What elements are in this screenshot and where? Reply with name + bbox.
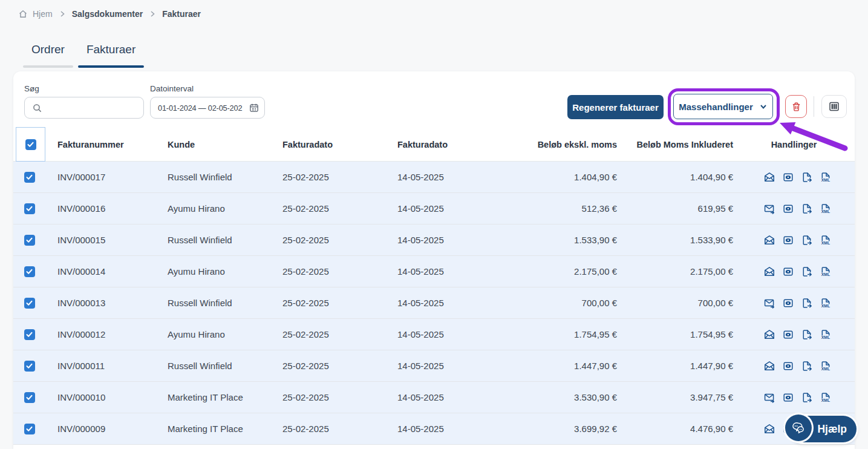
export-document-icon[interactable] (801, 266, 813, 278)
row-checkbox[interactable] (24, 266, 35, 277)
xml-download-icon[interactable]: XML (820, 329, 832, 341)
invoice-preview-icon[interactable] (782, 234, 794, 246)
xml-download-icon[interactable]: XML (820, 392, 832, 404)
home-icon (18, 9, 28, 19)
search-label: Søg (24, 84, 39, 93)
toolbar-divider (814, 96, 814, 117)
customer-cell: Russell Winfield (155, 235, 270, 245)
mail-send-icon[interactable] (763, 392, 775, 404)
mail-open-icon[interactable] (763, 329, 775, 341)
customer-cell: Russell Winfield (155, 172, 270, 182)
table-row[interactable]: INV/000012 Ayumu Hirano 25-02-2025 14-05… (13, 319, 855, 350)
export-document-icon[interactable] (801, 360, 813, 372)
invoice-number-cell: INV/000017 (45, 172, 155, 182)
delete-button[interactable] (785, 95, 807, 118)
row-checkbox[interactable] (24, 392, 35, 403)
xml-download-icon[interactable]: XML (820, 171, 832, 183)
col-header-belob-inkl[interactable]: Beløb Moms Inkluderet (617, 140, 733, 149)
table-row[interactable]: INV/000016 Ayumu Hirano 25-02-2025 14-05… (13, 193, 855, 224)
row-actions: XML (733, 360, 855, 372)
export-document-icon[interactable] (801, 297, 813, 309)
amount-incl-vat-cell: 4.476,90 € (617, 424, 733, 434)
table-row[interactable]: INV/000010 Marketing IT Place 25-02-2025… (13, 382, 855, 413)
mail-open-icon[interactable] (763, 171, 775, 183)
invoice-preview-icon[interactable] (782, 266, 794, 278)
svg-text:XML: XML (821, 335, 830, 339)
xml-download-icon[interactable]: XML (820, 360, 832, 372)
amount-incl-vat-cell: 619,95 € (617, 203, 733, 214)
mail-open-icon[interactable] (763, 266, 775, 278)
row-checkbox[interactable] (24, 361, 35, 372)
row-checkbox[interactable] (24, 235, 35, 246)
invoice-preview-icon[interactable] (782, 360, 794, 372)
regenerate-invoices-button[interactable]: Regenerer fakturaer (567, 95, 664, 119)
export-document-icon[interactable] (801, 203, 813, 215)
breadcrumb-item-fakturaer[interactable]: Fakturaer (162, 9, 201, 19)
invoice-preview-icon[interactable] (782, 297, 794, 309)
amount-incl-vat-cell: 1.754,95 € (617, 329, 733, 339)
invoice-number-cell: INV/000010 (45, 392, 155, 402)
bulk-actions-button[interactable]: Massehandlinger (673, 94, 773, 119)
invoice-preview-icon[interactable] (782, 329, 794, 341)
tab-list: Ordrer Fakturaer (23, 38, 144, 68)
row-checkbox[interactable] (24, 329, 35, 340)
amount-incl-vat-cell: 700,00 € (617, 298, 733, 308)
date-range-input[interactable]: 01-01-2024 — 02-05-202 (150, 97, 265, 119)
mail-open-icon[interactable] (763, 423, 775, 435)
mail-send-icon[interactable] (763, 203, 775, 215)
table-row[interactable]: INV/000011 Russell Winfield 25-02-2025 1… (13, 350, 855, 382)
due-date-cell: 14-05-2025 (385, 172, 490, 182)
table-row[interactable]: INV/000013 Russell Winfield 25-02-2025 1… (13, 287, 855, 319)
mail-send-icon[interactable] (763, 297, 775, 309)
row-checkbox[interactable] (24, 298, 35, 309)
search-input[interactable] (24, 97, 144, 119)
columns-icon (828, 100, 840, 113)
calendar-icon[interactable] (249, 103, 259, 113)
row-checkbox[interactable] (24, 424, 35, 434)
xml-download-icon[interactable]: XML (820, 297, 832, 309)
invoice-preview-icon[interactable] (782, 171, 794, 183)
tab-ordrer[interactable]: Ordrer (23, 38, 73, 68)
amount-excl-vat-cell: 3.699,92 € (490, 424, 617, 434)
amount-incl-vat-cell: 3.947,75 € (617, 392, 733, 402)
table-row[interactable]: INV/000014 Ayumu Hirano 25-02-2025 14-05… (13, 256, 855, 287)
col-header-belob-ekskl[interactable]: Beløb ekskl. moms (490, 140, 617, 149)
invoice-preview-icon[interactable] (782, 203, 794, 215)
amount-excl-vat-cell: 3.530,90 € (490, 392, 617, 402)
export-document-icon[interactable] (801, 392, 813, 404)
tab-fakturaer[interactable]: Fakturaer (78, 38, 144, 68)
row-checkbox[interactable] (24, 172, 35, 183)
select-all-checkbox[interactable] (25, 139, 36, 150)
table-row[interactable]: INV/000009 Marketing IT Place 25-02-2025… (13, 413, 855, 445)
breadcrumb-item-hjem[interactable]: Hjem (33, 9, 53, 19)
xml-download-icon[interactable]: XML (820, 266, 832, 278)
table-row[interactable]: INV/000015 Russell Winfield 25-02-2025 1… (13, 224, 855, 256)
export-document-icon[interactable] (801, 234, 813, 246)
row-checkbox[interactable] (24, 203, 35, 214)
col-header-fakturanummer[interactable]: Fakturanummer (45, 140, 155, 149)
due-date-cell: 14-05-2025 (385, 424, 490, 434)
amount-excl-vat-cell: 700,00 € (490, 298, 617, 308)
col-header-fakturadato-2[interactable]: Fakturadato (385, 140, 490, 149)
chat-bubbles-icon[interactable] (785, 415, 812, 441)
col-header-kunde[interactable]: Kunde (155, 140, 270, 149)
invoice-number-cell: INV/000009 (45, 424, 155, 434)
invoice-date-cell: 25-02-2025 (270, 203, 385, 214)
due-date-cell: 14-05-2025 (385, 361, 490, 371)
col-header-fakturadato-1[interactable]: Fakturadato (270, 140, 385, 149)
xml-download-icon[interactable]: XML (820, 203, 832, 215)
column-settings-button[interactable] (821, 95, 847, 118)
row-actions: XML (733, 171, 855, 183)
breadcrumb-home[interactable]: Hjem (18, 9, 53, 19)
invoice-preview-icon[interactable] (782, 392, 794, 404)
invoice-date-cell: 25-02-2025 (270, 424, 385, 434)
breadcrumb-item-salgsdokumenter[interactable]: Salgsdokumenter (72, 9, 143, 19)
xml-download-icon[interactable]: XML (820, 234, 832, 246)
mail-open-icon[interactable] (763, 234, 775, 246)
table-body: INV/000017 Russell Winfield 25-02-2025 1… (13, 162, 855, 445)
export-document-icon[interactable] (801, 329, 813, 341)
mail-open-icon[interactable] (763, 360, 775, 372)
export-document-icon[interactable] (801, 171, 813, 183)
table-row[interactable]: INV/000017 Russell Winfield 25-02-2025 1… (13, 162, 855, 193)
invoice-date-cell: 25-02-2025 (270, 235, 385, 245)
